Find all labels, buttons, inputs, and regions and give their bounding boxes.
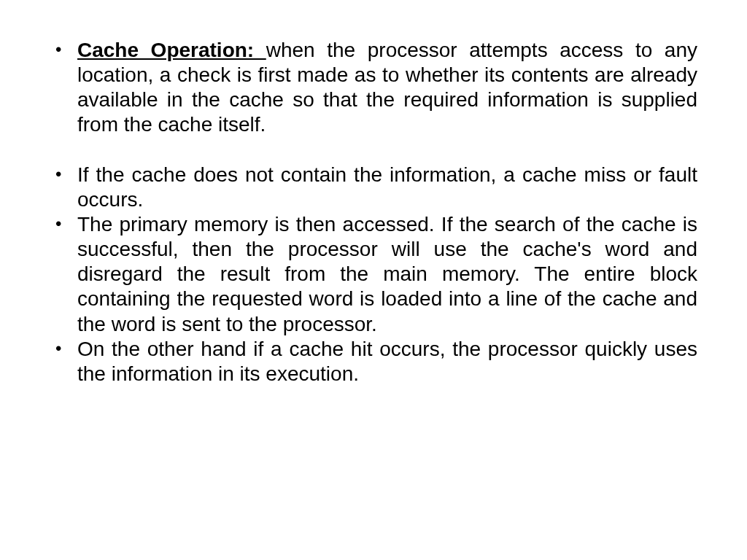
- bullet-text: On the other hand if a cache hit occurs,…: [77, 338, 697, 385]
- bullet-item: Cache Operation: when the processor atte…: [50, 38, 697, 138]
- bullet-text: The primary memory is then accessed. If …: [77, 213, 697, 335]
- bullet-text: If the cache does not contain the inform…: [77, 163, 697, 211]
- paragraph-gap: [50, 138, 697, 163]
- slide: Cache Operation: when the processor atte…: [0, 0, 747, 560]
- bullet-item: On the other hand if a cache hit occurs,…: [50, 337, 697, 386]
- bullet-lead: Cache Operation:: [77, 39, 266, 61]
- bullet-list: Cache Operation: when the processor atte…: [50, 38, 697, 386]
- bullet-item: If the cache does not contain the inform…: [50, 163, 697, 212]
- bullet-item: The primary memory is then accessed. If …: [50, 212, 697, 337]
